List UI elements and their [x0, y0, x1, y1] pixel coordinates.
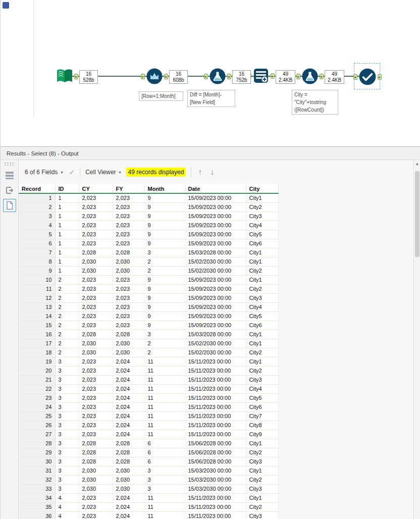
- annotation-formula-1[interactable]: 16 752b: [232, 70, 251, 84]
- output-anchor[interactable]: ▸: [378, 74, 382, 80]
- table-row[interactable]: 2132,0232,0241115/11/2023 00:00City3: [19, 375, 278, 384]
- table-row[interactable]: 112,0232,023915/09/2023 00:00City1: [19, 193, 278, 202]
- rail-metadata-view-button[interactable]: [3, 184, 16, 197]
- table-row[interactable]: 612,0232,023915/09/2023 00:00City6: [19, 239, 278, 248]
- data-cell: 9: [144, 275, 185, 284]
- annotation-count: 49: [276, 71, 295, 77]
- table-row[interactable]: 2732,0232,0241115/11/2023 00:00City9: [19, 430, 278, 439]
- table-row[interactable]: 1722,0302,030215/02/2030 00:00City1: [19, 339, 278, 348]
- table-row[interactable]: 912,0302,030215/02/2030 00:00City2: [19, 266, 278, 275]
- table-row[interactable]: 3542,0232,0241115/11/2023 00:00City2: [19, 502, 278, 511]
- table-row[interactable]: 1932,0232,0241115/11/2023 00:00City1: [19, 357, 278, 366]
- tool-text-input[interactable]: ▸: [56, 67, 74, 85]
- data-cell: 2,023: [79, 193, 113, 202]
- table-row[interactable]: 2332,0232,0241115/11/2023 00:00City5: [19, 393, 278, 402]
- table-row[interactable]: 1322,0232,023915/09/2023 00:00City4: [19, 302, 278, 312]
- table-row[interactable]: 712,0282,028315/03/2028 00:00City1: [19, 248, 278, 257]
- records-displayed-badge: 49 records displayed: [126, 168, 186, 177]
- data-cell: 6: [144, 448, 185, 457]
- record-number-cell: 11: [19, 284, 55, 293]
- column-header-fy[interactable]: FY: [113, 184, 144, 193]
- scroll-down-button[interactable]: ↓: [208, 168, 216, 176]
- annotation-generate-rows[interactable]: 49 2.4KB: [276, 70, 295, 84]
- data-cell: 2: [55, 302, 79, 312]
- table-row[interactable]: 3442,0232,0241115/11/2023 00:00City1: [19, 493, 278, 502]
- table-row[interactable]: 512,0232,023915/09/2023 00:00City5: [19, 230, 278, 239]
- table-row[interactable]: 1022,0232,023915/09/2023 00:00City1: [19, 275, 278, 284]
- output-anchor[interactable]: ▸: [227, 74, 231, 79]
- data-cell: 2,023: [79, 212, 113, 221]
- table-row[interactable]: 1822,0302,030215/02/2030 00:00City2: [19, 348, 278, 357]
- output-anchor[interactable]: ▸: [74, 74, 78, 79]
- fields-dropdown[interactable]: 6 of 6 Fields ▾: [25, 169, 63, 176]
- table-row[interactable]: 2832,0282,028615/06/2028 00:00City1: [19, 439, 278, 448]
- data-cell: 15/11/2023 00:00: [185, 502, 246, 511]
- table-row[interactable]: 1522,0232,023915/09/2023 00:00City6: [19, 321, 278, 330]
- table-row[interactable]: 3132,0302,030315/03/2030 00:00City1: [19, 466, 278, 475]
- output-anchor[interactable]: ▸: [320, 74, 324, 79]
- table-row[interactable]: 812,0302,030215/02/2030 00:00City1: [19, 257, 278, 266]
- tool-formula-1[interactable]: ▸ ▸: [208, 67, 227, 85]
- data-cell: City3: [246, 212, 278, 221]
- table-row[interactable]: 2932,0282,028615/06/2028 00:00City2: [19, 448, 278, 457]
- input-anchor[interactable]: ▸: [296, 74, 300, 79]
- table-row[interactable]: 2432,0232,0241115/11/2023 00:00City6: [19, 402, 278, 411]
- input-anchor[interactable]: ▸: [141, 74, 145, 79]
- cell-viewer-dropdown[interactable]: Cell Viewer ▾: [85, 169, 121, 176]
- table-row[interactable]: 1222,0232,023915/09/2023 00:00City3: [19, 293, 278, 302]
- apply-check-icon[interactable]: ✓: [69, 168, 75, 176]
- column-header-date[interactable]: Date: [185, 184, 246, 193]
- annotation-text-input[interactable]: 16 528b: [79, 70, 98, 84]
- output-anchor[interactable]: ▸: [271, 73, 275, 79]
- table-row[interactable]: 1122,0232,023915/09/2023 00:00City2: [19, 284, 278, 293]
- rail-table-view-button[interactable]: [3, 169, 16, 182]
- column-header-month[interactable]: Month: [144, 184, 185, 193]
- table-row[interactable]: 3332,0302,030315/03/2030 00:00City3: [19, 484, 278, 493]
- column-header-cy[interactable]: CY: [79, 184, 113, 193]
- scroll-up-button[interactable]: ↑: [196, 168, 203, 176]
- table-row[interactable]: 3232,0302,030315/03/2030 00:00City2: [19, 475, 278, 484]
- column-header-id[interactable]: ID: [55, 184, 79, 193]
- data-cell: 9: [144, 202, 185, 212]
- drag-grip-handle[interactable]: [4, 162, 15, 166]
- table-row[interactable]: 1422,0232,023915/09/2023 00:00City5: [19, 312, 278, 321]
- vertical-scrollbar[interactable]: ▲: [413, 160, 420, 519]
- comment-formula-2[interactable]: City = "City"+tostring ([RowCount]): [292, 90, 338, 115]
- tool-select[interactable]: ▸ ▸: [358, 67, 377, 86]
- table-row[interactable]: 2632,0232,0241115/11/2023 00:00City8: [19, 421, 278, 430]
- record-number-cell: 24: [19, 402, 55, 411]
- table-row[interactable]: 3642,0232,0241115/11/2023 00:00City3: [19, 511, 278, 519]
- tool-multi-row-formula[interactable]: ▸ ▸: [145, 67, 164, 85]
- data-cell: 11: [144, 402, 185, 411]
- data-cell: 11: [144, 411, 185, 421]
- data-cell: 4: [55, 502, 79, 511]
- output-anchor[interactable]: ▸: [164, 74, 168, 79]
- tool-formula-2[interactable]: ▸ ▸: [301, 67, 319, 85]
- column-header-record[interactable]: Record: [19, 184, 55, 193]
- input-anchor[interactable]: ▸: [353, 74, 357, 80]
- table-row[interactable]: 2032,0232,0241115/11/2023 00:00City2: [19, 366, 278, 375]
- column-header-city[interactable]: City: [246, 184, 278, 193]
- table-row[interactable]: 212,0232,023915/09/2023 00:00City2: [19, 202, 278, 212]
- record-number-cell: 28: [19, 439, 55, 448]
- annotation-formula-2[interactable]: 49 2.4KB: [325, 70, 344, 84]
- table-row[interactable]: 1622,0282,028315/03/2028 00:00City1: [19, 330, 278, 339]
- comment-formula-1[interactable]: Diff = [Month]- [New Field]: [187, 90, 235, 107]
- data-cell: 2,023: [79, 493, 113, 502]
- scrollbar-thumb[interactable]: [415, 171, 419, 257]
- annotation-multi-row-formula[interactable]: 16 608b: [169, 70, 188, 84]
- data-cell: 3: [55, 366, 79, 375]
- tool-generate-rows[interactable]: ▸ ▸: [252, 67, 270, 85]
- input-anchor[interactable]: ▸: [204, 74, 208, 79]
- data-cell: 15/02/2030 00:00: [185, 257, 246, 266]
- table-row[interactable]: 3032,0282,028615/06/2028 00:00City3: [19, 457, 278, 466]
- scrollbar-up-icon[interactable]: ▲: [414, 160, 420, 168]
- table-row[interactable]: 312,0232,023915/09/2023 00:00City3: [19, 212, 278, 221]
- comment-multi-row-formula[interactable]: [Row+1:Month]: [139, 91, 183, 101]
- rail-cell-view-button[interactable]: [3, 199, 16, 212]
- workflow-canvas[interactable]: ▸ 16 528b ▸ ▸ 16 608b [Row+1:Month]: [1, 0, 420, 146]
- results-pane-titlebar[interactable]: Results - Select (8) - Output: [1, 147, 420, 160]
- table-row[interactable]: 2532,0232,0241115/11/2023 00:00City7: [19, 411, 278, 421]
- table-row[interactable]: 412,0232,023915/09/2023 00:00City4: [19, 221, 278, 230]
- table-row[interactable]: 2232,0232,0241115/11/2023 00:00City4: [19, 384, 278, 393]
